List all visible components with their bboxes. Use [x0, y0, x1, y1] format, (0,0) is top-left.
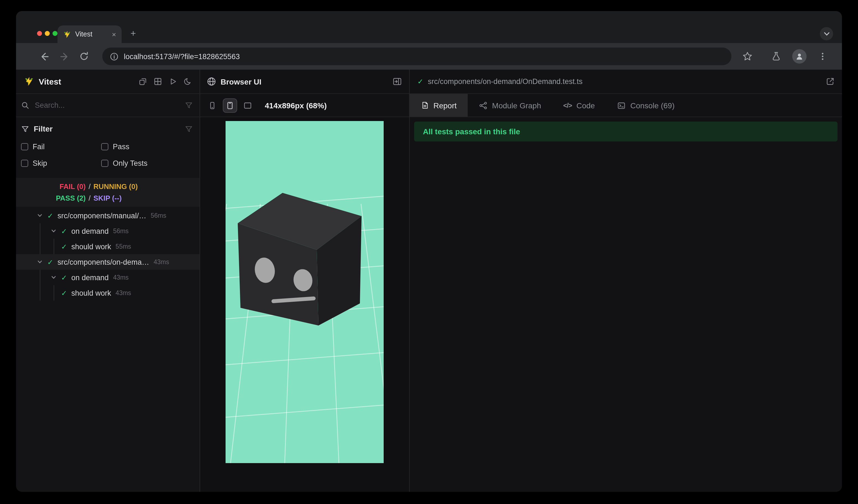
tab-label: Code — [576, 101, 595, 110]
search-row — [16, 94, 200, 117]
indent-guide — [40, 270, 41, 300]
chevron-down-icon[interactable] — [35, 213, 44, 218]
tab-report[interactable]: Report — [410, 94, 468, 117]
report-panel: ✓ src/components/on-demand/OnDemand.test… — [409, 70, 842, 492]
filter-funnel-icon[interactable] — [185, 101, 193, 110]
browser-panel-header: Browser UI — [200, 70, 409, 94]
report-icon — [421, 101, 429, 110]
report-tabs: Report Module Graph </> Code — [410, 94, 842, 117]
pass-check-icon: ✓ — [60, 242, 68, 250]
pass-check-icon: ✓ — [46, 258, 54, 266]
chevron-down-icon[interactable] — [35, 259, 44, 265]
tab-module-graph[interactable]: Module Graph — [468, 94, 552, 117]
chevron-down-icon[interactable] — [49, 228, 58, 234]
globe-icon — [207, 77, 216, 86]
clear-filter-icon[interactable] — [185, 125, 193, 133]
zoom-window-button[interactable] — [52, 31, 58, 36]
menu-dots-icon[interactable] — [815, 49, 830, 64]
summary-line-1: FAIL (0) / RUNNING (0) — [16, 181, 200, 192]
tab-search-chevron-icon[interactable] — [820, 27, 833, 40]
viewport-toolbar: 414x896px (68%) — [200, 94, 409, 117]
filter-option-fail[interactable]: Fail — [21, 138, 101, 155]
filter-option-only-tests[interactable]: Only Tests — [101, 155, 200, 171]
test-tree: ✓ src/components/manual/… 56ms ✓ on dema… — [16, 208, 200, 300]
checkbox-pass[interactable] — [101, 143, 108, 150]
browser-panel-title: Browser UI — [221, 77, 390, 86]
filter-option-pass[interactable]: Pass — [101, 138, 200, 155]
pass-check-icon: ✓ — [46, 211, 54, 220]
test-case-row[interactable]: ✓ should work 43ms — [16, 285, 200, 300]
tab-console[interactable]: Console (69) — [606, 94, 685, 117]
open-panel-right-icon[interactable] — [390, 74, 404, 89]
filter-options: Fail Pass Skip Only Tests — [16, 138, 200, 171]
reload-button[interactable] — [77, 49, 91, 64]
desktop-preset-icon[interactable] — [240, 98, 255, 112]
test-file-row[interactable]: ✓ src/components/on-dema… 43ms — [16, 254, 200, 270]
toolbar-right-icons — [740, 49, 830, 64]
test-suite-row[interactable]: ✓ on demand 56ms — [16, 223, 200, 239]
dark-mode-moon-icon[interactable] — [180, 74, 195, 89]
url-text: localhost:5173/#/?file=1828625563 — [124, 52, 240, 61]
code-icon: </> — [563, 101, 572, 109]
filter-section-header: Filter — [16, 121, 200, 136]
close-tab-icon[interactable]: × — [111, 30, 117, 39]
indent-guide — [54, 239, 54, 254]
browser-toolbar: localhost:5173/#/?file=1828625563 — [16, 43, 842, 70]
summary-line-2: PASS (2) / SKIP (--) — [16, 192, 200, 204]
checkbox-skip[interactable] — [21, 159, 28, 167]
profile-avatar[interactable] — [792, 49, 807, 64]
banner-text: All tests passed in this file — [423, 127, 520, 136]
sidebar-header: Vitest — [16, 70, 200, 94]
running-count: RUNNING (0) — [93, 182, 200, 191]
site-info-icon[interactable] — [110, 52, 118, 61]
sidebar-header-buttons — [136, 74, 195, 89]
tests-passed-banner: All tests passed in this file — [414, 121, 838, 142]
mobile-preset-icon[interactable] — [205, 98, 220, 112]
search-input[interactable] — [34, 101, 185, 110]
filter-title: Filter — [34, 124, 185, 133]
browser-window: Vitest × + localhost — [16, 11, 842, 492]
checkbox-only-tests[interactable] — [101, 159, 108, 167]
chevron-down-icon[interactable] — [49, 275, 58, 280]
console-icon — [617, 101, 626, 110]
back-button[interactable] — [37, 49, 51, 64]
screen: Vitest × + localhost — [0, 0, 858, 504]
report-panel-header: ✓ src/components/on-demand/OnDemand.test… — [410, 70, 842, 94]
grid-view-icon[interactable] — [150, 74, 165, 89]
forward-button[interactable] — [57, 49, 71, 64]
experiments-flask-icon[interactable] — [769, 49, 783, 64]
pass-check-icon: ✓ — [60, 289, 68, 297]
test-suite-row[interactable]: ✓ on demand 43ms — [16, 270, 200, 285]
fail-count: FAIL (0) — [16, 182, 86, 191]
tab-label: Module Graph — [492, 101, 541, 110]
tab-label: Report — [433, 101, 457, 110]
browser-panel: Browser UI 414x896px (68%) — [200, 70, 409, 492]
phone-preset-icon-active[interactable] — [223, 98, 237, 112]
dashboard-icon[interactable] — [136, 74, 150, 89]
new-tab-button[interactable]: + — [126, 27, 140, 41]
open-external-icon[interactable] — [823, 74, 837, 89]
summary-separator: / — [86, 194, 93, 202]
sidebar: Vitest — [16, 70, 200, 492]
app-viewport[interactable] — [225, 121, 384, 463]
indent-guide — [40, 223, 41, 254]
close-window-button[interactable] — [37, 31, 42, 36]
checkbox-fail[interactable] — [21, 143, 28, 150]
indent-guide — [54, 285, 54, 300]
address-bar[interactable]: localhost:5173/#/?file=1828625563 — [102, 48, 731, 65]
minimize-window-button[interactable] — [45, 31, 50, 36]
report-body: All tests passed in this file — [410, 117, 842, 492]
test-file-row[interactable]: ✓ src/components/manual/… 56ms — [16, 208, 200, 223]
browser-tab[interactable]: Vitest × — [58, 26, 122, 43]
pass-count: PASS (2) — [16, 194, 86, 202]
viewport-size-label: 414x896px (68%) — [265, 101, 327, 110]
bookmark-star-icon[interactable] — [740, 49, 754, 64]
window-controls — [37, 31, 58, 36]
filter-option-skip[interactable]: Skip — [21, 155, 101, 171]
test-case-row[interactable]: ✓ should work 55ms — [16, 239, 200, 254]
skip-count: SKIP (--) — [93, 194, 200, 202]
pass-check-icon: ✓ — [60, 227, 68, 235]
test-file-path: src/components/on-demand/OnDemand.test.t… — [428, 77, 823, 86]
tab-code[interactable]: </> Code — [552, 94, 606, 117]
run-all-icon[interactable] — [165, 74, 180, 89]
